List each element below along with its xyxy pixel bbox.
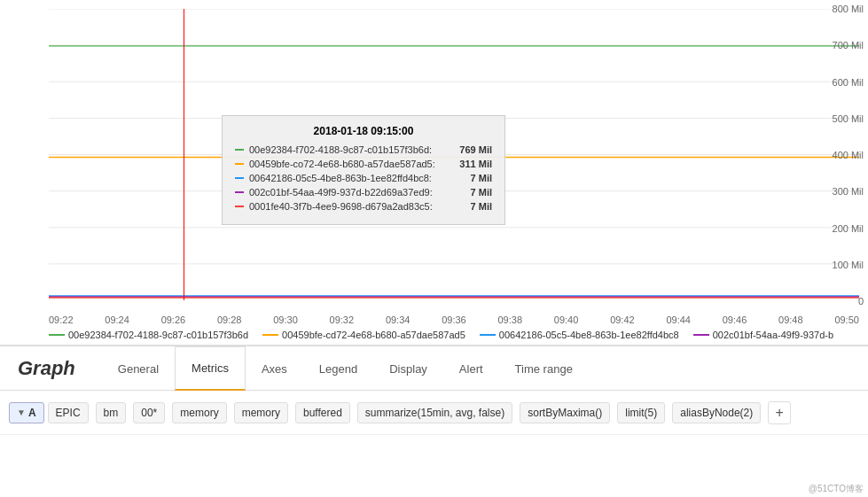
tooltip-row: 0001fe40-3f7b-4ee9-9698-d679a2ad83c5:7 M… (235, 201, 492, 212)
legend-dash (480, 334, 496, 336)
x-axis-label: 09:40 (554, 315, 579, 325)
chart-area: 2018-01-18 09:15:00 00e92384-f702-4188-9… (49, 9, 859, 300)
x-axis-label: 09:50 (834, 315, 859, 325)
x-axis: 09:2209:2409:2609:2809:3009:3209:3409:36… (49, 315, 859, 325)
tab-general[interactable]: General (102, 346, 175, 391)
query-badge[interactable]: EPIC (48, 402, 89, 423)
legend-dash (49, 334, 65, 336)
x-axis-label: 09:36 (442, 315, 466, 325)
tooltip-dot (235, 163, 244, 165)
watermark: @51CTO博客 (809, 483, 864, 495)
chart-container: 哈池内存 (0, 0, 868, 346)
tooltip-series-name: 00e92384-f702-4188-9c87-c01b157f3b6d: (249, 144, 447, 155)
query-row: ▼ A EPICbm00*memorymemorybufferedsummari… (0, 391, 868, 435)
x-axis-label: 09:48 (778, 315, 803, 325)
y-axis-label: 100 Mil (833, 260, 864, 270)
tooltip-series-name: 00459bfe-co72-4e68-b680-a57dae587ad5: (249, 159, 447, 169)
arrow-icon: ▼ (17, 408, 26, 417)
tooltip-series-name: 00642186-05c5-4be8-863b-1ee82ffd4bc8: (249, 173, 458, 183)
y-axis-label: 500 Mil (833, 113, 864, 124)
y-axis-label: 800 Mil (833, 4, 864, 14)
tab-alert[interactable]: Alert (443, 346, 499, 391)
tab-legend[interactable]: Legend (303, 346, 373, 391)
tooltip-dot (235, 191, 244, 193)
x-axis-label: 09:42 (610, 315, 635, 325)
tooltip-dot (235, 177, 244, 179)
legend-label: 00642186-05c5-4be8-863b-1ee82ffd4bc8 (499, 330, 679, 340)
x-axis-label: 09:44 (666, 315, 691, 325)
legend-item: 002c01bf-54aa-49f9-937d-b (693, 330, 833, 340)
x-axis-label: 09:46 (723, 315, 747, 325)
x-axis-label: 09:22 (49, 315, 74, 325)
legend-item: 00e92384-f702-4188-9c87-c01b157f3b6d (49, 330, 248, 340)
tooltip: 2018-01-18 09:15:00 00e92384-f702-4188-9… (222, 115, 505, 225)
tooltip-series-value: 7 Mil (471, 201, 492, 212)
query-badge[interactable]: 00* (133, 402, 165, 423)
legend-label: 00e92384-f702-4188-9c87-c01b157f3b6d (68, 330, 248, 340)
tab-metrics[interactable]: Metrics (175, 346, 246, 391)
add-query-button[interactable]: + (768, 401, 791, 424)
y-axis (0, 9, 49, 300)
legend-dash (693, 334, 709, 336)
legend-dash (262, 334, 278, 336)
x-axis-label: 09:24 (105, 315, 129, 325)
query-badge[interactable]: memory (234, 402, 288, 423)
y-axis-label: 600 Mil (833, 77, 864, 88)
tooltip-time: 2018-01-18 09:15:00 (235, 125, 492, 137)
tooltip-series-value: 7 Mil (471, 187, 492, 198)
legend-item: 00642186-05c5-4be8-863b-1ee82ffd4bc8 (480, 330, 679, 340)
y-axis-label: 0 (858, 296, 864, 307)
cursor-line (184, 9, 184, 300)
x-axis-label: 09:30 (273, 315, 298, 325)
tooltip-series-value: 311 Mil (459, 159, 492, 169)
query-badge[interactable]: limit(5) (617, 402, 665, 423)
query-badge[interactable]: bm (96, 402, 127, 423)
x-axis-label: 09:34 (386, 315, 411, 325)
tooltip-row: 00e92384-f702-4188-9c87-c01b157f3b6d:769… (235, 144, 492, 155)
tabs-row: Graph GeneralMetricsAxesLegendDisplayAle… (0, 346, 868, 391)
tab-time-range[interactable]: Time range (499, 346, 589, 391)
x-axis-label: 09:28 (217, 315, 242, 325)
legend-item: 00459bfe-cd72-4e68-b680-a57dae587ad5 (262, 330, 465, 340)
tooltip-dot (235, 149, 244, 151)
tooltip-row: 00459bfe-co72-4e68-b680-a57dae587ad5:311… (235, 159, 492, 169)
y-axis-label: 200 Mil (833, 223, 864, 234)
y-axis-label: 300 Mil (833, 186, 864, 197)
tab-display[interactable]: Display (373, 346, 443, 391)
graph-label: Graph (9, 357, 84, 380)
tooltip-series-name: 0001fe40-3f7b-4ee9-9698-d679a2ad83c5: (249, 201, 458, 212)
query-letter-badge[interactable]: ▼ A (9, 402, 44, 423)
legend-label: 002c01bf-54aa-49f9-937d-b (713, 330, 833, 340)
tooltip-row: 002c01bf-54aa-49f9-937d-b22d69a37ed9:7 M… (235, 187, 492, 198)
legend-label: 00459bfe-cd72-4e68-b680-a57dae587ad5 (282, 330, 465, 340)
legend-row: 00e92384-f702-4188-9c87-c01b157f3b6d0045… (49, 325, 859, 345)
tooltip-series-value: 769 Mil (459, 144, 492, 155)
query-badge[interactable]: aliasByNode(2) (672, 402, 761, 423)
query-badge[interactable]: summarize(15min, avg, false) (357, 402, 512, 423)
query-badge[interactable]: sortByMaxima() (520, 402, 610, 423)
tooltip-row: 00642186-05c5-4be8-863b-1ee82ffd4bc8:7 M… (235, 173, 492, 183)
y-axis-label: 400 Mil (833, 150, 864, 160)
query-letter: A (28, 407, 36, 419)
x-axis-label: 09:32 (330, 315, 355, 325)
y-axis-label: 700 Mil (833, 40, 864, 50)
tab-axes[interactable]: Axes (246, 346, 303, 391)
query-badge[interactable]: buffered (295, 402, 350, 423)
x-axis-label: 09:26 (161, 315, 186, 325)
tooltip-series-name: 002c01bf-54aa-49f9-937d-b22d69a37ed9: (249, 187, 458, 198)
tooltip-dot (235, 206, 244, 207)
x-axis-label: 09:38 (498, 315, 523, 325)
bottom-panel: Graph GeneralMetricsAxesLegendDisplayAle… (0, 346, 868, 497)
query-badge[interactable]: memory (172, 402, 226, 423)
tooltip-series-value: 7 Mil (471, 173, 492, 183)
